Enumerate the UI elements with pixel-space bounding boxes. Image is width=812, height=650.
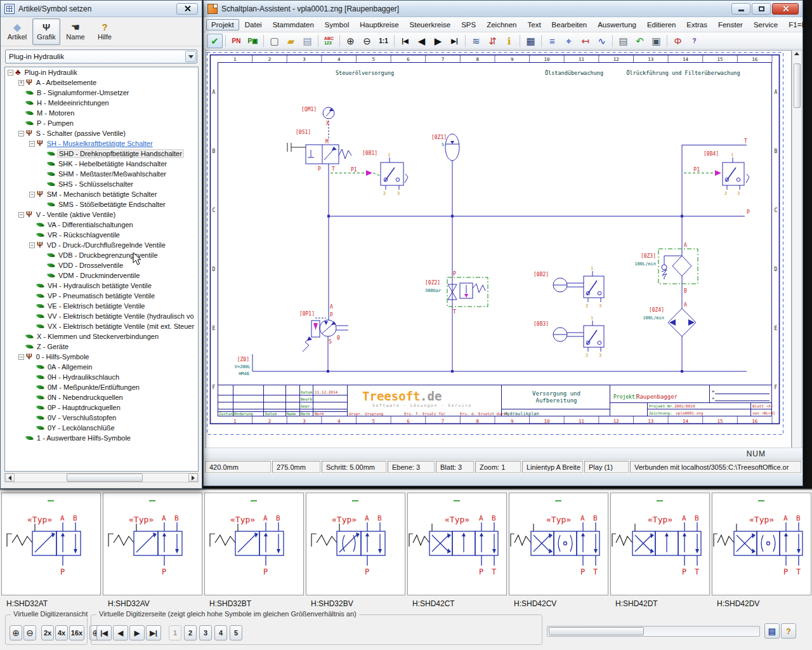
digitizer-page-3-button[interactable]: 3	[199, 625, 212, 640]
tree-item-vdb[interactable]: VDB - Druckbegrenzungsventile	[5, 250, 198, 260]
scrollbar-thumb[interactable]	[794, 63, 801, 108]
tree-item-shm[interactable]: SHM - Meßtaster/Meßwahlschalter	[5, 169, 198, 179]
tree-item-label[interactable]: 0A - Allgemein	[46, 363, 93, 371]
tree-item-label[interactable]: VE - Elektrisch betätigte Ventile	[46, 302, 146, 310]
tree-item-label[interactable]: 0H - Hydraulikschlauch	[46, 373, 121, 381]
tree-item-v[interactable]: −ΨV - Ventile (aktive Ventile)	[5, 209, 198, 220]
symbol-search-icon[interactable]: ≋	[468, 34, 484, 48]
dropdown-arrow-button[interactable]	[185, 51, 196, 62]
form-edit-icon[interactable]: ▤	[615, 34, 631, 48]
digitizer-page-2-button[interactable]: 2	[184, 625, 197, 640]
statistics-figure-icon[interactable]: ℹ	[501, 34, 517, 48]
tree-item-m[interactable]: M - Motoren	[5, 108, 198, 118]
expander-minus-icon[interactable]: −	[29, 242, 35, 248]
expander-minus-icon[interactable]: −	[18, 131, 24, 136]
menu-projekt[interactable]: Projekt	[206, 19, 239, 30]
tree-item-0m[interactable]: 0M - Meßpunkte/Entlüftungen	[5, 382, 198, 392]
menu-steuerkreise[interactable]: Steuerkreise	[405, 19, 456, 30]
tree-item-label[interactable]: Plug-in Hydraulik	[23, 69, 79, 76]
digitizer-prev-page-button[interactable]: ◀	[113, 625, 128, 640]
print-icon[interactable]: ▤	[299, 34, 315, 48]
menu-datei[interactable]: Datei	[240, 19, 267, 30]
menu-extras[interactable]: Extras	[681, 19, 712, 30]
tree-item-vx[interactable]: VX - Elektrisch betätigte Ventile (mit e…	[5, 321, 198, 331]
symbol-tile-H:SHD42CT[interactable]: «Typ»ABPT	[407, 493, 507, 595]
tree-item-0[interactable]: −Ψ0 - Hilfs-Symbole	[5, 352, 198, 362]
expander-minus-icon[interactable]: −	[29, 141, 35, 147]
tree-item-label[interactable]: SHM - Meßtaster/Meßwahlschalter	[57, 170, 167, 178]
tree-item-h[interactable]: H - Meldeeinrichtungen	[5, 98, 198, 108]
tree-item-shk[interactable]: SHK - Hebelbetätigte Handschalter	[5, 159, 198, 169]
digitizer-page-5-button[interactable]: 5	[230, 625, 242, 640]
tree-item-label[interactable]: V - Ventile (aktive Ventile)	[35, 211, 117, 218]
tree-item-label[interactable]: M - Motoren	[36, 109, 75, 117]
maximize-button[interactable]	[752, 3, 771, 15]
tree-item-0y[interactable]: 0Y - Leckölanschlüße	[5, 423, 198, 433]
tree-item-0a[interactable]: 0A - Allgemein	[5, 362, 198, 372]
tree-item-vr[interactable]: VR - Rückschlagventile	[5, 230, 198, 240]
expander-minus-icon[interactable]: −	[29, 192, 35, 197]
symbol-tile-H:SHD42CV[interactable]: «Typ»ABPT	[509, 493, 608, 595]
hilfe-button[interactable]: ?Hilfe	[91, 18, 119, 45]
tree-item-x[interactable]: X - Klemmen und Steckerverbindungen	[5, 331, 198, 342]
tree-item-vp[interactable]: VP - Pneumatisch betätigte Ventile	[5, 291, 198, 301]
tree-item-label[interactable]: SHK - Hebelbetätigte Handschalter	[57, 160, 168, 168]
expander-minus-icon[interactable]: −	[18, 212, 24, 218]
tree-item-label[interactable]: SHS - Schlüsselschalter	[57, 180, 134, 188]
digitizer-page-4-button[interactable]: 4	[214, 625, 227, 640]
scroll-left-icon[interactable]	[5, 474, 15, 482]
scrollbar-thumb[interactable]	[549, 627, 644, 635]
tree-item-0p[interactable]: 0P - Hauptdruckquellen	[5, 402, 198, 413]
menu-zeichnen[interactable]: Zeichnen	[481, 19, 521, 30]
tree-item-label[interactable]: VA - Differentialschaltungen	[46, 221, 134, 229]
open-folder-icon[interactable]: ▰	[283, 34, 299, 48]
sheet-exchange-icon[interactable]: ⇵	[485, 34, 501, 48]
menu-stammdaten[interactable]: Stammdaten	[268, 19, 319, 30]
tree-item-label[interactable]: S - Schalter (passive Ventile)	[35, 129, 127, 137]
zoom-in-icon[interactable]: ⊕	[343, 34, 358, 48]
tree-item-va[interactable]: VA - Differentialschaltungen	[5, 220, 198, 230]
main-title-bar[interactable]: Schaltplan-Assistent - vpla0001.zng [Rau…	[204, 1, 802, 17]
tree-item-ve[interactable]: VE - Elektrisch betätigte Ventile	[5, 301, 198, 311]
exit-power-icon[interactable]: Φ	[670, 34, 686, 48]
tree-item-label[interactable]: 0V - Verschlußstopfen	[46, 414, 117, 421]
node-point-icon[interactable]: ⌖	[561, 34, 577, 48]
preview-scrollbar[interactable]	[547, 626, 760, 637]
tree-item-label[interactable]: 0P - Hauptdruckquellen	[46, 404, 122, 411]
tree-item-plug-in[interactable]: −♣Plug-in Hydraulik	[5, 67, 198, 77]
tree-item-0v[interactable]: 0V - Verschlußstopfen	[5, 413, 198, 423]
tree-item-label[interactable]: SHD - Drehknopfbetätigte Handschalter	[57, 149, 184, 158]
tree-item-shd[interactable]: SHD - Drehknopfbetätigte Handschalter	[5, 149, 198, 159]
tree-item-vv[interactable]: VV - Elektrisch betätigte Ventile (hydra…	[5, 311, 198, 321]
confirm-check-icon[interactable]: ✔	[207, 34, 223, 48]
tree-item-p[interactable]: P - Pumpen	[5, 118, 198, 128]
menu-hauptkreise[interactable]: Hauptkreise	[355, 19, 403, 30]
palette-close-button[interactable]	[176, 3, 198, 15]
last-sheet-icon[interactable]: ▶|	[447, 34, 462, 48]
menu-editieren[interactable]: Editieren	[642, 19, 681, 30]
digitizer-first-page-button[interactable]: |◀	[96, 625, 112, 640]
tree-item-label[interactable]: H - Meldeeinrichtungen	[36, 99, 110, 107]
tree-item-0n[interactable]: 0N - Nebendruckquellen	[5, 392, 198, 402]
tree-item-label[interactable]: 0 - Hilfs-Symbole	[35, 353, 91, 361]
tree-item-vdm[interactable]: VDM - Druckminderventile	[5, 270, 198, 281]
abc-123-icon[interactable]: ABC123	[321, 34, 337, 48]
expander-minus-icon[interactable]: −	[18, 354, 24, 360]
scrollbar-thumb[interactable]	[67, 474, 143, 482]
zoom-16x-button[interactable]: 16x	[69, 625, 84, 640]
tree-item-vdd[interactable]: VDD - Drosselventile	[5, 260, 198, 270]
line-style-icon[interactable]: ≡	[544, 34, 560, 48]
canvas-vertical-scrollbar[interactable]	[792, 50, 802, 460]
sheet-preview-button[interactable]: ▤	[764, 623, 780, 639]
menu-fenster[interactable]: Fenster	[713, 19, 748, 30]
menu-service[interactable]: Service	[749, 19, 783, 30]
tree-item-label[interactable]: VDD - Drosselventile	[57, 262, 124, 269]
next-sheet-icon[interactable]: ▶	[430, 34, 446, 48]
tree-item-label[interactable]: SH - Muskelkraftbetätigte Schalter	[46, 140, 154, 147]
tree-item-label[interactable]: VH - Hydraulisch betätigte Ventile	[46, 282, 153, 289]
tree-item-label[interactable]: P - Pumpen	[36, 119, 75, 127]
first-sheet-icon[interactable]: |◀	[397, 34, 413, 48]
zoom-1to1-icon[interactable]: 1:1	[376, 34, 391, 48]
schematic-canvas[interactable]: 1122334455667788991010111112121313141415…	[206, 50, 792, 460]
tree-item-sm[interactable]: −ΨSM - Mechanisch betätigte Schalter	[5, 189, 198, 199]
